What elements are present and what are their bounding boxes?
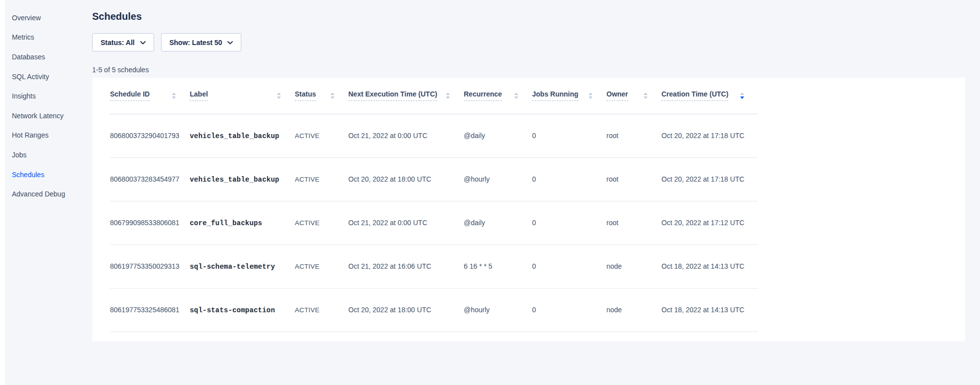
cell-text: root: [606, 132, 618, 140]
cell-text: 0: [532, 262, 536, 270]
cell-text: ACTIVE: [295, 219, 320, 227]
column-header-jobs-running[interactable]: Jobs Running: [532, 78, 606, 114]
cell-creation-time: Oct 20, 2022 at 17:18 UTC: [661, 157, 758, 201]
table-row: 806197753350029313sql-schema-telemetryAC…: [110, 244, 758, 288]
cell-text: ACTIVE: [295, 306, 320, 314]
cell-text: 0: [532, 219, 536, 227]
column-header-creation-time[interactable]: Creation Time (UTC): [661, 78, 758, 114]
cell-text: Oct 20, 2022 at 17:18 UTC: [661, 175, 744, 183]
sort-asc-icon: [514, 93, 518, 95]
sort-desc-icon: [277, 96, 281, 99]
sidebar-item-label: Overview: [12, 14, 41, 22]
sidebar-item-overview[interactable]: Overview: [12, 8, 86, 28]
filter-bar: Status: All Show: Latest 50: [92, 33, 965, 51]
sort-icon[interactable]: [277, 93, 281, 99]
sidebar-item-label: Jobs: [12, 151, 27, 159]
cell-text: node: [606, 306, 622, 314]
sidebar-item-label: Network Latency: [12, 112, 63, 120]
column-header-label: Recurrence: [464, 90, 502, 101]
page-left-gutter: [0, 0, 5, 385]
chevron-down-icon: [227, 41, 233, 45]
cell-text: Oct 20, 2022 at 17:18 UTC: [661, 132, 744, 140]
sidebar-nav: Overview Metrics Databases SQL Activity …: [12, 8, 86, 204]
sidebar-item-metrics[interactable]: Metrics: [12, 28, 86, 48]
column-header-label: Label: [190, 90, 208, 101]
cell-next-execution-time: Oct 20, 2022 at 18:00 UTC: [348, 157, 464, 201]
status-filter-label: Status: All: [101, 39, 135, 47]
cell-text: root: [606, 175, 618, 183]
cell-schedule-id: 806197753325486081: [110, 288, 190, 332]
page-title: Schedules: [92, 10, 965, 23]
cell-label: core_full_backups: [190, 201, 295, 244]
cell-text: Oct 21, 2022 at 0:00 UTC: [348, 132, 428, 140]
table-row: 806197753325486081sql-stats-compactionAC…: [110, 288, 758, 332]
cell-text: vehicles_table_backup: [190, 132, 279, 140]
schedules-table: Schedule ID Label Status Next Execution …: [110, 78, 758, 332]
column-header-recurrence[interactable]: Recurrence: [464, 78, 532, 114]
sort-icon[interactable]: [330, 93, 334, 99]
show-filter-dropdown[interactable]: Show: Latest 50: [161, 33, 242, 51]
sidebar-item-databases[interactable]: Databases: [12, 47, 86, 67]
cell-text: sql-stats-compaction: [190, 306, 275, 314]
column-header-label[interactable]: Label: [190, 78, 295, 114]
sidebar-item-label: Databases: [12, 53, 45, 61]
sort-icon[interactable]: [514, 93, 518, 99]
sort-asc-icon: [740, 93, 744, 95]
schedules-table-card: Schedule ID Label Status Next Execution …: [92, 78, 965, 341]
sort-asc-icon: [644, 93, 648, 95]
sidebar-item-label: Schedules: [12, 171, 44, 179]
chevron-down-icon: [140, 41, 146, 45]
cell-next-execution-time: Oct 20, 2022 at 18:00 UTC: [348, 288, 464, 332]
status-filter-dropdown[interactable]: Status: All: [92, 33, 154, 51]
cell-status: ACTIVE: [295, 201, 348, 244]
table-row: 806799098533806081core_full_backupsACTIV…: [110, 201, 758, 244]
cell-next-execution-time: Oct 21, 2022 at 0:00 UTC: [348, 114, 464, 157]
sort-icon[interactable]: [644, 93, 648, 99]
cell-recurrence: @daily: [464, 114, 532, 157]
cell-owner: root: [606, 201, 661, 244]
cell-status: ACTIVE: [295, 244, 348, 288]
sort-desc-icon: [514, 96, 518, 99]
cell-text: Oct 20, 2022 at 17:12 UTC: [661, 219, 744, 227]
sort-desc-icon: [446, 96, 450, 99]
column-header-label: Status: [295, 90, 316, 101]
column-header-label: Creation Time (UTC): [661, 90, 728, 101]
column-header-schedule-id[interactable]: Schedule ID: [110, 78, 190, 114]
cell-schedule-id: 806197753350029313: [110, 244, 190, 288]
cell-text: 806197753325486081: [110, 306, 179, 314]
sidebar-item-advanced-debug[interactable]: Advanced Debug: [12, 184, 86, 204]
sort-icon[interactable]: [740, 93, 744, 99]
sidebar-item-hot-ranges[interactable]: Hot Ranges: [12, 126, 86, 145]
column-header-label: Owner: [606, 90, 628, 101]
cell-text: 806800373283454977: [110, 175, 179, 183]
cell-label: sql-stats-compaction: [190, 288, 295, 332]
column-header-next-execution-time[interactable]: Next Execution Time (UTC): [348, 78, 464, 114]
cell-text: Oct 21, 2022 at 16:06 UTC: [348, 262, 431, 270]
sidebar-item-insights[interactable]: Insights: [12, 86, 86, 106]
cell-text: root: [606, 219, 618, 227]
sort-desc-icon: [330, 96, 334, 99]
column-header-status[interactable]: Status: [295, 78, 348, 114]
cell-text: vehicles_table_backup: [190, 176, 279, 184]
table-row: 806800373283454977vehicles_table_backupA…: [110, 157, 758, 201]
cell-next-execution-time: Oct 21, 2022 at 16:06 UTC: [348, 244, 464, 288]
sidebar-item-jobs[interactable]: Jobs: [12, 145, 86, 165]
sidebar-item-schedules[interactable]: Schedules: [12, 165, 86, 185]
sidebar-item-sql-activity[interactable]: SQL Activity: [12, 67, 86, 87]
cell-recurrence: @hourly: [464, 157, 532, 201]
cell-recurrence: 6 16 * * 5: [464, 244, 532, 288]
cell-text: sql-schema-telemetry: [190, 263, 275, 271]
sidebar-item-network-latency[interactable]: Network Latency: [12, 106, 86, 126]
cell-text: Oct 18, 2022 at 14:13 UTC: [661, 262, 744, 270]
sort-desc-icon: [172, 96, 176, 99]
sort-asc-icon: [277, 93, 281, 95]
cell-next-execution-time: Oct 21, 2022 at 0:00 UTC: [348, 201, 464, 244]
cell-jobs-running: 0: [532, 201, 606, 244]
sidebar-item-label: Insights: [12, 92, 36, 100]
sort-icon[interactable]: [589, 93, 593, 99]
sort-icon[interactable]: [172, 93, 176, 99]
column-header-owner[interactable]: Owner: [606, 78, 661, 114]
sort-icon[interactable]: [446, 93, 450, 99]
cell-text: core_full_backups: [190, 219, 262, 227]
cell-jobs-running: 0: [532, 157, 606, 201]
